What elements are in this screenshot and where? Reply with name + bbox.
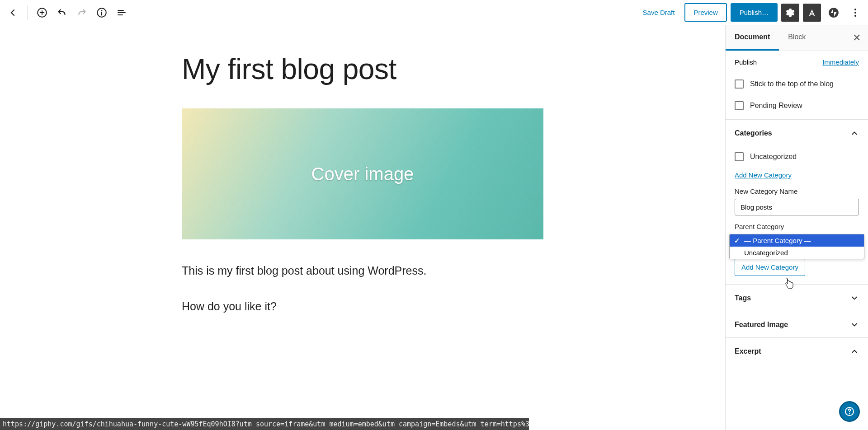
toolbar-divider (27, 5, 28, 20)
main-area: My first blog post Cover image This is m… (0, 25, 868, 430)
paragraph-2[interactable]: How do you like it? (182, 300, 543, 313)
tab-document[interactable]: Document (726, 25, 779, 51)
top-toolbar: Save Draft Preview Publish… (0, 0, 868, 25)
tags-panel-header[interactable]: Tags (726, 284, 868, 311)
toolbar-left (4, 4, 131, 22)
publish-row: Publish Immediately (726, 51, 868, 73)
stick-top-label: Stick to the top of the blog (750, 80, 834, 88)
help-button[interactable] (839, 401, 860, 422)
paragraph-1[interactable]: This is my first blog post about using W… (182, 264, 543, 277)
featured-image-panel-header[interactable]: Featured Image (726, 311, 868, 337)
tags-title: Tags (735, 294, 751, 302)
jetpack-button[interactable] (825, 4, 843, 22)
excerpt-title: Excerpt (735, 347, 761, 355)
svg-point-3 (829, 8, 839, 18)
publish-label: Publish (735, 58, 757, 66)
pending-review-label: Pending Review (750, 102, 802, 110)
parent-category-label: Parent Category (726, 220, 868, 234)
featured-image-title: Featured Image (735, 321, 788, 329)
svg-point-5 (854, 12, 856, 14)
chevron-up-icon (850, 347, 859, 356)
uncategorized-checkbox[interactable] (735, 152, 744, 161)
chevron-down-icon (850, 320, 859, 329)
add-block-button[interactable] (33, 4, 51, 22)
add-new-category-link[interactable]: Add New Category (735, 171, 792, 179)
publish-button[interactable]: Publish… (731, 3, 778, 22)
dropdown-option-parent[interactable]: — Parent Category — (730, 234, 864, 247)
editor-canvas[interactable]: My first blog post Cover image This is m… (0, 25, 725, 430)
undo-button[interactable] (53, 4, 71, 22)
excerpt-panel-header[interactable]: Excerpt (726, 337, 868, 364)
svg-point-4 (854, 9, 856, 10)
text-mode-button[interactable] (803, 4, 821, 22)
add-new-category-link-row: Add New Category (726, 168, 868, 185)
parent-category-dropdown[interactable]: — Parent Category — Uncategorized (729, 234, 864, 259)
categories-panel-header[interactable]: Categories (726, 119, 868, 146)
chevron-up-icon (850, 129, 859, 138)
save-draft-button[interactable]: Save Draft (637, 4, 681, 21)
chevron-down-icon (850, 294, 859, 303)
preview-button[interactable]: Preview (684, 3, 726, 22)
status-bar: https://giphy.com/gifs/chihuahua-funny-c… (0, 418, 529, 430)
settings-sidebar: Document Block ✕ Publish Immediately Sti… (725, 25, 868, 430)
info-button[interactable] (93, 4, 111, 22)
pending-review-checkbox[interactable] (735, 101, 744, 110)
add-new-category-button[interactable]: Add New Category (735, 258, 805, 276)
pending-review-row[interactable]: Pending Review (726, 95, 868, 119)
svg-point-8 (849, 413, 850, 414)
uncategorized-label: Uncategorized (750, 153, 797, 161)
close-icon: ✕ (853, 32, 861, 44)
stick-top-row[interactable]: Stick to the top of the blog (726, 73, 868, 95)
tab-block[interactable]: Block (779, 25, 815, 51)
stick-top-checkbox[interactable] (735, 79, 744, 89)
more-menu-button[interactable] (846, 4, 864, 22)
cover-image-block[interactable]: Cover image (182, 108, 543, 239)
redo-button[interactable] (73, 4, 91, 22)
back-button[interactable] (4, 4, 22, 22)
toolbar-right: Save Draft Preview Publish… (637, 3, 864, 22)
sidebar-tabs: Document Block ✕ (726, 25, 868, 51)
categories-title: Categories (735, 129, 772, 137)
new-category-name-input[interactable] (735, 199, 859, 215)
cover-image-text: Cover image (311, 164, 414, 184)
svg-point-6 (854, 15, 856, 17)
new-category-name-label: New Category Name (726, 185, 868, 199)
close-sidebar-button[interactable]: ✕ (845, 25, 868, 51)
outline-button[interactable] (113, 4, 131, 22)
svg-point-2 (101, 10, 103, 11)
uncategorized-row[interactable]: Uncategorized (726, 146, 868, 168)
publish-value-link[interactable]: Immediately (822, 58, 859, 66)
dropdown-option-uncategorized[interactable]: Uncategorized (730, 247, 864, 259)
post-title[interactable]: My first blog post (182, 52, 543, 86)
settings-button[interactable] (781, 4, 799, 22)
editor-inner: My first blog post Cover image This is m… (164, 52, 561, 313)
